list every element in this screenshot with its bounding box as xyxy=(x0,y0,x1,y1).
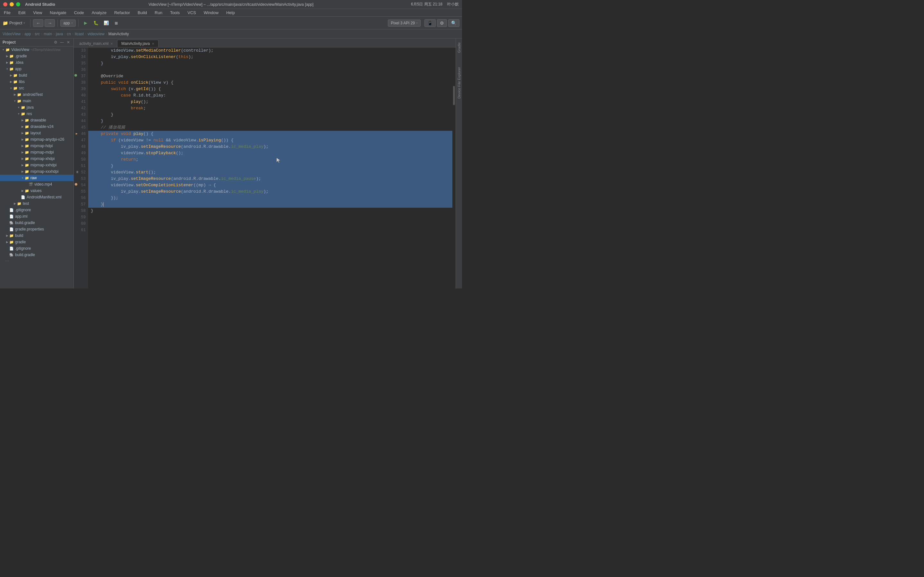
code-text-area[interactable]: videoView.setMediaController(controller)… xyxy=(88,47,452,288)
maximize-button[interactable] xyxy=(16,2,20,6)
tree-item-gradle-props[interactable]: ▶ 📄 gradle.properties xyxy=(0,226,73,232)
line-num-45: 45 xyxy=(75,124,86,131)
code-editor[interactable]: 33 34 35 36 ● 37 38 39 40 41 42 43 44 45… xyxy=(74,47,456,288)
code-line-47: if (videoView != null && videoView.isPla… xyxy=(88,137,452,143)
code-line-34: iv_play.setOnClickListener(this); xyxy=(88,54,452,60)
scrollbar-thumb[interactable] xyxy=(453,86,455,105)
tree-item-app[interactable]: ▾ 📁 app xyxy=(0,66,73,72)
sidebar-collapse-icon[interactable]: — xyxy=(59,40,65,45)
tree-item-mipmap-mdpi[interactable]: ▶ 📁 mipmap-mdpi xyxy=(0,149,73,155)
tree-item-more[interactable]: ⋯ xyxy=(0,258,73,264)
device-selector[interactable]: Pixel 3 API 29 ▾ xyxy=(388,19,421,27)
tree-item-res[interactable]: ▾ 📁 res xyxy=(0,111,73,117)
tree-item-libs[interactable]: ▶ 📁 libs xyxy=(0,79,73,85)
profile-button[interactable]: 📊 xyxy=(102,19,111,27)
breadcrumb-cn[interactable]: cn xyxy=(67,32,71,36)
tree-item-mipmap-xhdpi[interactable]: ▶ 📁 mipmap-xhdpi xyxy=(0,155,73,162)
close-button[interactable] xyxy=(3,2,7,6)
tree-item-build-gradle[interactable]: ▶ 🐘 build.gradle xyxy=(0,219,73,226)
tree-item-mipmap-xxhdpi[interactable]: ▶ 📁 mipmap-xxhdpi xyxy=(0,162,73,168)
sidebar-settings-icon[interactable]: ⚙ xyxy=(53,40,58,45)
project-selector[interactable]: 📁 Project ▾ xyxy=(3,21,25,26)
breadcrumb-mainactivity[interactable]: MainActivity xyxy=(108,32,129,36)
menu-build[interactable]: Build xyxy=(136,10,148,16)
tree-item-androidtest[interactable]: ▶ 📁 androidTest xyxy=(0,91,73,98)
tab-close-button[interactable]: ✕ xyxy=(152,42,154,45)
tree-item-java[interactable]: ▾ 📁 java xyxy=(0,104,73,111)
tree-item-gradle-root[interactable]: ▶ 📁 gradle xyxy=(0,239,73,245)
traffic-lights[interactable] xyxy=(3,2,20,6)
search-toolbar-button[interactable]: 🔍 xyxy=(448,19,459,27)
menu-code[interactable]: Code xyxy=(73,10,86,16)
breadcrumb-videoview[interactable]: VideoView xyxy=(3,32,21,36)
tree-item-mipmap-anydpi[interactable]: ▶ 📁 mipmap-anydpi-v26 xyxy=(0,136,73,143)
device-file-explorer-label[interactable]: Device File Explorer xyxy=(457,63,462,102)
menu-edit[interactable]: Edit xyxy=(17,10,27,16)
stop-button[interactable]: ◼ xyxy=(112,19,121,27)
tree-item-layout[interactable]: ▶ 📁 layout xyxy=(0,130,73,136)
tab-close-button[interactable]: ✕ xyxy=(110,42,113,45)
gradle-panel-label[interactable]: Gradle xyxy=(457,39,462,57)
expand-arrow: ▶ xyxy=(5,240,9,244)
tree-item-drawable[interactable]: ▶ 📁 drawable xyxy=(0,117,73,123)
menu-refactor[interactable]: Refactor xyxy=(113,10,131,16)
breadcrumb-itcast[interactable]: itcast xyxy=(75,32,84,36)
menu-view[interactable]: View xyxy=(32,10,43,16)
tree-item-build-gradle-root[interactable]: ▶ 🐘 build.gradle xyxy=(0,251,73,258)
line-num-58: 58 xyxy=(75,208,86,214)
menu-window[interactable]: Window xyxy=(202,10,220,16)
line-num-61: 61 xyxy=(75,227,86,234)
tab-activity-main-xml[interactable]: activity_main.xml ✕ xyxy=(75,40,117,47)
tree-item-gitignore-app[interactable]: ▶ 📄 .gitignore xyxy=(0,207,73,213)
tree-item-idea[interactable]: ▶ 📁 .idea xyxy=(0,59,73,66)
tree-item-videoview[interactable]: ▾ 📁 VideoView ~/iTemp/VideoView xyxy=(0,47,73,53)
line-num-59: 59 xyxy=(75,214,86,221)
avd-manager-button[interactable]: 📱 xyxy=(425,19,436,27)
menu-navigate[interactable]: Navigate xyxy=(48,10,67,16)
tree-item-src[interactable]: ▾ 📁 src xyxy=(0,85,73,91)
toolbar-navigate-forward[interactable]: → xyxy=(45,19,55,27)
menu-run[interactable]: Run xyxy=(153,10,164,16)
editor-scrollbar[interactable] xyxy=(452,47,456,288)
toolbar-navigate-back[interactable]: ← xyxy=(33,19,43,27)
tree-item-gradle[interactable]: ▶ 📁 .gradle xyxy=(0,53,73,59)
tab-mainactivity-java[interactable]: MainActivity.java ✕ xyxy=(117,40,158,47)
sidebar-close-icon[interactable]: ✕ xyxy=(66,40,71,45)
minimize-button[interactable] xyxy=(10,2,14,6)
tree-label: app xyxy=(15,67,21,71)
tree-item-mipmap-xxxhdpi[interactable]: ▶ 📁 mipmap-xxxhdpi xyxy=(0,168,73,175)
breadcrumb-app[interactable]: app xyxy=(24,32,31,36)
breadcrumb-java[interactable]: java xyxy=(56,32,63,36)
tree-item-test[interactable]: ▶ 📁 test xyxy=(0,200,73,207)
menu-vcs[interactable]: VCS xyxy=(186,10,197,16)
app-module-selector[interactable]: app ▾ xyxy=(60,19,75,27)
tree-item-app-iml[interactable]: ▶ 📄 app.iml xyxy=(0,213,73,219)
run-button[interactable]: ▶ xyxy=(81,19,90,27)
tree-item-gitignore-root[interactable]: ▶ 📄 .gitignore xyxy=(0,245,73,251)
menu-help[interactable]: Help xyxy=(225,10,236,16)
tree-item-build[interactable]: ▶ 📁 build xyxy=(0,72,73,79)
line-num-41: 41 xyxy=(75,99,86,105)
tree-label: gradle.properties xyxy=(15,227,44,231)
tree-item-values[interactable]: ▶ 📁 values xyxy=(0,187,73,194)
debug-button[interactable]: 🐛 xyxy=(91,19,100,27)
breadcrumb-src[interactable]: src xyxy=(35,32,40,36)
tree-item-mipmap-hdpi[interactable]: ▶ 📁 mipmap-hdpi xyxy=(0,143,73,149)
menu-tools[interactable]: Tools xyxy=(169,10,181,16)
tree-item-raw[interactable]: ▾ 📁 raw xyxy=(0,175,73,181)
menu-file[interactable]: File xyxy=(3,10,12,16)
breadcrumb-videoview-pkg[interactable]: videoview xyxy=(87,32,105,36)
tree-item-drawable-v24[interactable]: ▶ 📁 drawable-v24 xyxy=(0,123,73,130)
folder-icon: 📁 xyxy=(9,60,14,65)
expand-arrow: ▾ xyxy=(13,99,17,103)
code-line-33: videoView.setMediaController(controller)… xyxy=(88,47,452,54)
breadcrumb-main[interactable]: main xyxy=(44,32,52,36)
tree-item-video[interactable]: ▶ 🎬 video.mp4 xyxy=(0,181,73,187)
line-numbers-panel: 33 34 35 36 ● 37 38 39 40 41 42 43 44 45… xyxy=(74,47,88,288)
tree-item-manifest[interactable]: ▶ 📄 AndroidManifest.xml xyxy=(0,194,73,200)
tree-item-build-root[interactable]: ▶ 📁 build xyxy=(0,232,73,239)
menu-analyze[interactable]: Analyze xyxy=(90,10,108,16)
tree-label: raw xyxy=(31,176,37,180)
sdk-manager-button[interactable]: ⚙ xyxy=(437,19,447,27)
tree-item-main[interactable]: ▾ 📁 main xyxy=(0,98,73,104)
